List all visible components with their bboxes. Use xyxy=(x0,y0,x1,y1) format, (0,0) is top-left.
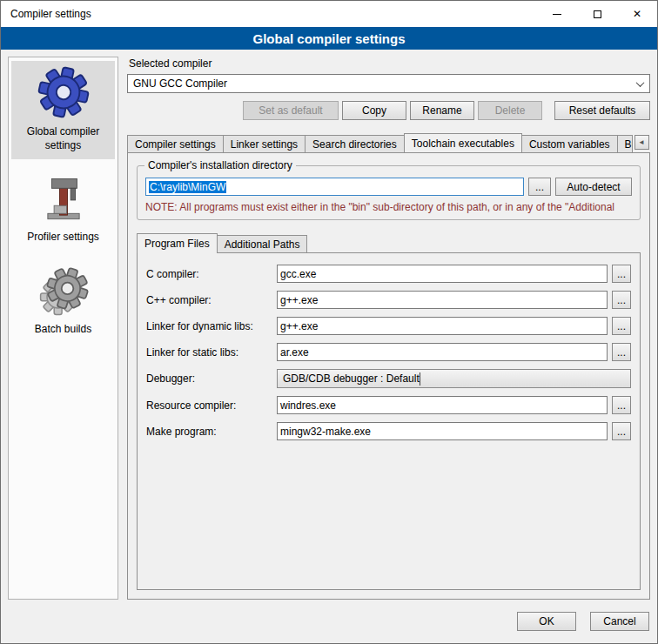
rename-button[interactable]: Rename xyxy=(410,101,474,120)
c-compiler-input[interactable]: gcc.exe xyxy=(277,265,608,283)
debugger-dropdown[interactable]: GDB/CDB debugger : Default xyxy=(277,369,631,388)
sidebar-item-label: Global compiler settings xyxy=(13,125,113,152)
field-label: C compiler: xyxy=(146,268,277,280)
tab-toolchain-executables[interactable]: Toolchain executables xyxy=(404,133,522,152)
linker-dynamic-input[interactable]: g++.exe xyxy=(277,317,608,335)
tab-scroll-controls: ◄ ► xyxy=(632,135,650,152)
copy-button[interactable]: Copy xyxy=(342,101,406,120)
make-program-browse-button[interactable]: ... xyxy=(612,422,631,440)
field-label: Debugger: xyxy=(146,372,277,385)
gray-gear-icon xyxy=(38,266,89,317)
minimize-icon xyxy=(553,14,561,15)
delete-button[interactable]: Delete xyxy=(478,101,542,120)
field-value: ar.exe xyxy=(280,346,309,359)
toolchain-subtabstrip: Program Files Additional Paths xyxy=(137,233,641,252)
sidebar-item-batch-builds[interactable]: Batch builds xyxy=(11,262,115,344)
resource-compiler-browse-button[interactable]: ... xyxy=(612,396,631,414)
tab-custom-variables[interactable]: Custom variables xyxy=(521,135,618,152)
installation-directory-value: C:\raylib\MinGW xyxy=(149,181,226,193)
reset-defaults-button[interactable]: Reset defaults xyxy=(554,101,650,120)
field-label: Linker for dynamic libs: xyxy=(146,320,277,332)
form-row-linker-static: Linker for static libs: ar.exe ... xyxy=(146,343,631,361)
minimize-button[interactable] xyxy=(537,1,577,27)
tab-build-options-clipped[interactable]: Buil xyxy=(617,135,633,152)
tab-scroll-left-button[interactable]: ◄ xyxy=(634,135,649,150)
blue-gear-icon xyxy=(37,65,91,119)
installation-directory-groupbox: Compiler's installation directory C:\ray… xyxy=(137,165,641,220)
linker-static-browse-button[interactable]: ... xyxy=(612,343,631,361)
toolchain-executables-panel: Compiler's installation directory C:\ray… xyxy=(127,152,650,600)
close-button[interactable]: ✕ xyxy=(617,1,657,27)
linker-static-input[interactable]: ar.exe xyxy=(277,343,608,361)
form-row-debugger: Debugger: GDB/CDB debugger : Default xyxy=(146,369,631,388)
sidebar-item-label: Batch builds xyxy=(35,323,91,337)
field-label: Linker for static libs: xyxy=(146,346,277,359)
field-value: gcc.exe xyxy=(280,268,316,280)
main-content: Selected compiler GNU GCC Compiler Set a… xyxy=(127,57,650,600)
form-row-linker-dynamic: Linker for dynamic libs: g++.exe ... xyxy=(146,317,631,335)
program-files-panel: C compiler: gcc.exe ... C++ compiler: xyxy=(137,252,641,590)
field-value: windres.exe xyxy=(280,399,336,412)
make-program-input[interactable]: mingw32-make.exe xyxy=(277,422,608,440)
tab-linker-settings[interactable]: Linker settings xyxy=(223,135,306,152)
field-label: Resource compiler: xyxy=(146,399,277,412)
cancel-button[interactable]: Cancel xyxy=(590,612,649,631)
form-row-make-program: Make program: mingw32-make.exe ... xyxy=(146,422,631,440)
compiler-actions: Set as default Copy Rename Delete Reset … xyxy=(127,101,650,120)
chevron-down-icon xyxy=(632,76,648,91)
selected-compiler-value: GNU GCC Compiler xyxy=(133,77,227,90)
form-row-c-compiler: C compiler: gcc.exe ... xyxy=(146,265,631,283)
set-as-default-button[interactable]: Set as default xyxy=(243,101,339,120)
maximize-button[interactable] xyxy=(577,1,617,27)
dialog-footer: OK Cancel xyxy=(1,607,657,643)
field-value: mingw32-make.exe xyxy=(280,426,371,438)
c-compiler-browse-button[interactable]: ... xyxy=(612,265,631,283)
auto-detect-button[interactable]: Auto-detect xyxy=(555,178,632,196)
linker-dynamic-browse-button[interactable]: ... xyxy=(612,317,631,335)
field-label: Make program: xyxy=(146,426,277,438)
tab-search-directories[interactable]: Search directories xyxy=(305,135,405,152)
field-value: g++.exe xyxy=(280,294,318,306)
maximize-icon xyxy=(594,10,601,18)
cpp-compiler-browse-button[interactable]: ... xyxy=(612,291,631,309)
settings-category-sidebar: Global compiler settings Profiler settin… xyxy=(8,57,118,600)
form-row-cpp-compiler: C++ compiler: g++.exe ... xyxy=(146,291,631,309)
sidebar-item-global-compiler-settings[interactable]: Global compiler settings xyxy=(11,61,115,159)
sidebar-item-profiler-settings[interactable]: Profiler settings xyxy=(11,170,115,252)
installation-note: NOTE: All programs must exist either in … xyxy=(145,201,632,213)
installation-directory-browse-button[interactable]: ... xyxy=(528,178,551,196)
compiler-settings-dialog: Compiler settings ✕ Global compiler sett… xyxy=(0,0,658,644)
field-value: g++.exe xyxy=(280,320,318,332)
chevron-down-icon xyxy=(420,372,420,385)
ok-button[interactable]: OK xyxy=(517,612,576,631)
selected-compiler-dropdown[interactable]: GNU GCC Compiler xyxy=(127,74,650,93)
installation-directory-input[interactable]: C:\raylib\MinGW xyxy=(145,178,524,196)
installation-directory-label: Compiler's installation directory xyxy=(144,159,296,171)
form-row-resource-compiler: Resource compiler: windres.exe ... xyxy=(146,396,631,414)
tab-compiler-settings[interactable]: Compiler settings xyxy=(127,135,224,152)
titlebar: Compiler settings ✕ xyxy=(1,1,657,27)
window-title: Compiler settings xyxy=(1,1,537,27)
cpp-compiler-input[interactable]: g++.exe xyxy=(277,291,608,309)
close-icon: ✕ xyxy=(633,9,641,19)
resource-compiler-input[interactable]: windres.exe xyxy=(277,396,608,414)
subtab-program-files[interactable]: Program Files xyxy=(137,233,218,253)
dialog-heading: Global compiler settings xyxy=(1,27,657,50)
field-label: C++ compiler: xyxy=(146,294,277,306)
profiler-icon xyxy=(38,174,89,225)
sidebar-item-label: Profiler settings xyxy=(27,231,99,245)
settings-tabstrip: Compiler settings Linker settings Search… xyxy=(127,132,650,152)
field-value: GDB/CDB debugger : Default xyxy=(283,372,420,385)
selected-compiler-label: Selected compiler xyxy=(129,57,650,70)
subtab-additional-paths[interactable]: Additional Paths xyxy=(217,235,308,252)
